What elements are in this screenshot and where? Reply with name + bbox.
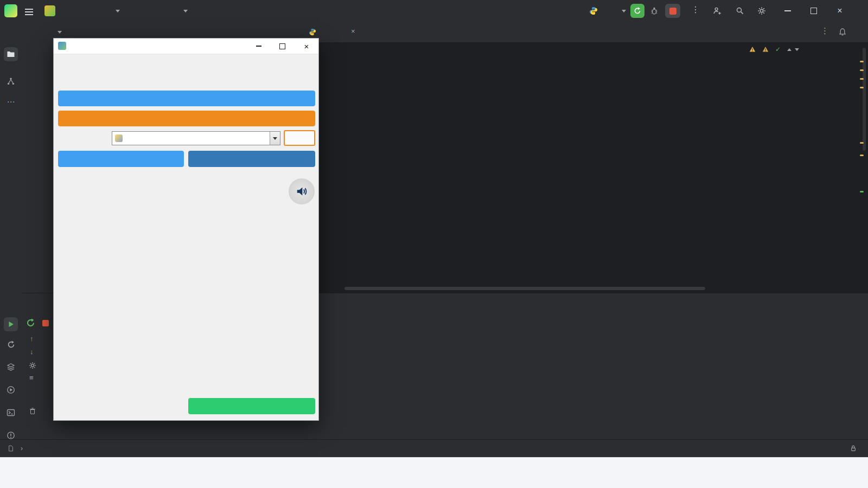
tool-window-strip: ⋯	[0, 22, 22, 439]
readonly-lock-icon[interactable]	[850, 445, 857, 452]
warning-icon	[749, 46, 756, 53]
windows-taskbar	[0, 457, 868, 488]
desktop: ⋮ × ⋯ × ⋮	[0, 0, 868, 488]
tab-options-icon[interactable]: ⋮	[821, 26, 829, 36]
project-avatar	[44, 5, 55, 16]
add-user-icon[interactable]	[713, 7, 722, 15]
combobox-arrow-button[interactable]	[270, 132, 280, 145]
window-maximize-button[interactable]	[801, 0, 827, 22]
voice-combobox[interactable]	[112, 131, 280, 145]
stop-icon[interactable]	[42, 320, 49, 326]
chevron-down-icon	[183, 10, 188, 12]
crumb-separator: ›	[21, 445, 23, 452]
settings-gear-icon[interactable]	[757, 7, 766, 15]
chevron-down-icon	[116, 10, 120, 12]
answer-button-3[interactable]	[62, 306, 310, 332]
load-dictionary-button[interactable]	[58, 91, 315, 106]
soft-wrap-icon[interactable]: ≡	[29, 374, 34, 382]
terminal-tool-icon[interactable]	[4, 406, 18, 420]
services-tool-icon[interactable]	[4, 360, 18, 374]
search-everywhere-icon[interactable]	[736, 7, 744, 15]
ide-statusbar: ›	[0, 439, 868, 458]
answer-button-1[interactable]	[62, 234, 310, 260]
dialog-minimize-button[interactable]	[248, 38, 270, 54]
chevron-down-icon	[622, 10, 626, 12]
python-console-icon[interactable]	[4, 337, 18, 351]
answer-button-2[interactable]	[62, 270, 310, 296]
vertical-scrollbar[interactable]	[863, 48, 866, 151]
vocabulary-trainer-window: ×	[53, 38, 319, 421]
editor-tabbar: × ⋮	[301, 22, 868, 43]
run-button[interactable]	[630, 4, 644, 18]
next-problem-icon[interactable]	[795, 48, 799, 51]
weak-warning-icon	[762, 46, 769, 53]
sequential-mode-button[interactable]	[58, 151, 184, 167]
clear-console-icon[interactable]	[29, 407, 36, 415]
pronounce-button[interactable]	[289, 178, 315, 204]
more-tools-icon[interactable]: ⋯	[4, 95, 18, 109]
run-anything-icon[interactable]	[4, 383, 18, 397]
test-voice-button[interactable]	[284, 130, 315, 146]
inspections-widget[interactable]: ✓	[749, 46, 799, 53]
python-file-icon	[309, 28, 316, 36]
window-minimize-button[interactable]	[775, 0, 801, 22]
run-tool-icon[interactable]	[4, 317, 18, 331]
ide-titlebar: ⋮ ×	[0, 0, 868, 22]
run-settings-icon[interactable]	[29, 362, 36, 369]
voice-icon	[115, 134, 123, 142]
dialog-titlebar[interactable]: ×	[54, 38, 318, 54]
dialog-close-button[interactable]: ×	[296, 38, 317, 54]
main-menu-icon[interactable]	[25, 7, 33, 17]
chevron-down-icon	[58, 31, 62, 34]
pycharm-logo-icon	[4, 4, 17, 17]
typo-check-icon: ✓	[775, 46, 781, 53]
prev-problem-icon[interactable]	[787, 48, 792, 51]
project-tool-icon[interactable]	[4, 47, 18, 61]
random-mode-button[interactable]	[188, 151, 315, 167]
code-editor[interactable]: ✓	[301, 42, 868, 293]
structure-tool-icon[interactable]	[4, 74, 18, 88]
window-close-button[interactable]: ×	[827, 0, 853, 22]
debug-icon[interactable]	[650, 7, 659, 15]
stop-button[interactable]	[665, 4, 680, 18]
dialog-app-icon	[58, 42, 66, 50]
up-stack-icon[interactable]: ↑	[30, 335, 34, 343]
speaker-icon	[296, 185, 308, 197]
python-logo-icon	[589, 7, 598, 15]
horizontal-scrollbar[interactable]	[344, 287, 705, 290]
notifications-bell-icon[interactable]	[838, 28, 847, 36]
answer-button-4[interactable]	[62, 342, 310, 368]
tab-close-icon[interactable]: ×	[351, 27, 355, 35]
project-crumb-icon	[8, 445, 14, 452]
more-actions-icon[interactable]: ⋮	[691, 4, 700, 15]
rerun-icon[interactable]	[26, 318, 35, 328]
new-word-button[interactable]	[188, 398, 315, 414]
reset-dictionary-button[interactable]	[58, 111, 315, 126]
dialog-maximize-button[interactable]	[271, 38, 293, 54]
down-stack-icon[interactable]: ↓	[30, 348, 34, 356]
